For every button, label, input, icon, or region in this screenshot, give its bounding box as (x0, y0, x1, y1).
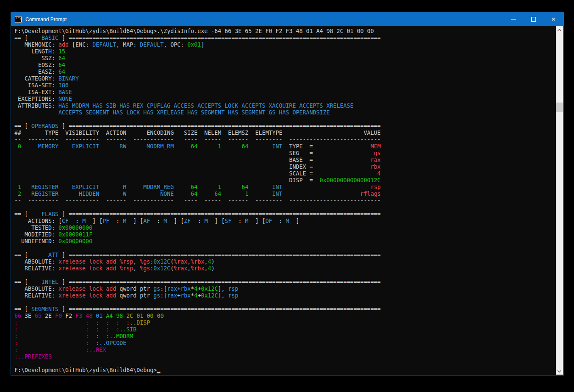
console-line: ACTIONS: [CF : M ] [PF : M ] [AF : M ] [… (14, 218, 556, 225)
console-line: MODIFIED: 0x0000011F (14, 231, 556, 238)
console-line: SSZ: 64 (14, 55, 556, 62)
console-line: == [ SEGMENTS ] ========================… (14, 306, 556, 313)
console-line: == [ BASIC ] ===========================… (14, 35, 556, 42)
console-line: 66 3E 65 2E F0 F2 F3 48 01 A4 98 2C 01 0… (14, 313, 556, 320)
console-line: F:\Development\GitHub\zydis\Build64\Debu… (14, 28, 556, 35)
console-line: ATTRIBUTES: HAS_MODRM HAS_SIB HAS_REX CP… (14, 103, 556, 109)
console-line: BASE = rax (14, 157, 556, 164)
console-line: : : : : :..SIB (14, 326, 556, 333)
minimize-button[interactable] (504, 12, 524, 26)
console-line: ABSOLUTE: xrelease lock add qword ptr gs… (14, 286, 556, 292)
console-line (14, 272, 556, 279)
console-line: -- --------- ---------- ------ ---------… (14, 197, 556, 204)
console-line: EASZ: 64 (14, 69, 556, 75)
close-button[interactable]: ✕ (543, 12, 563, 26)
maximize-icon (531, 17, 536, 22)
console-line: 2 REGISTER HIDDEN W NONE 64 64 1 INT rfl… (14, 191, 556, 197)
console-line: SEG = gs (14, 150, 556, 157)
window-controls: ✕ (504, 12, 563, 26)
console-line: INDEX = rbx (14, 164, 556, 170)
console-line: -- --------- ---------- ------ ---------… (14, 136, 556, 143)
console-line: ACCEPTS_SEGMENT HAS_LOCK HAS_XRELEASE HA… (14, 109, 556, 116)
console-line: DISP = 0x000000000000012C (14, 177, 556, 184)
scrollbar-thumb[interactable] (556, 103, 563, 112)
command-prompt-window: C:\ Command Prompt ✕ F:\Development\GitH… (11, 12, 564, 375)
console-line: F:\Development\GitHub\zydis\Build64\Debu… (14, 367, 556, 374)
console-line: == [ OPERANDS ] ========================… (14, 123, 556, 130)
window-title: Command Prompt (25, 17, 67, 22)
cmd-icon: C:\ (15, 16, 22, 23)
console-line: LENGTH: 15 (14, 48, 556, 55)
console-line: ISA-SET: I86 (14, 82, 556, 89)
console-line: 0 MEMORY EXPLICIT RW MODRM_RM 64 1 64 IN… (14, 143, 556, 150)
scroll-down-button[interactable] (556, 367, 563, 375)
console-line (14, 299, 556, 306)
console-line (14, 116, 556, 123)
cmd-icon-glyph: C:\ (15, 17, 21, 20)
console-line: :..PREFIXES (14, 353, 556, 360)
console-line: : :..REX (14, 347, 556, 353)
console-line: ## TYPE VISIBILITY ACTION ENCODING SIZE … (14, 130, 556, 136)
console-line: : : :..OPCODE (14, 340, 556, 347)
close-icon: ✕ (551, 16, 556, 22)
console-line (14, 245, 556, 252)
console-line: == [ ATT ] =============================… (14, 252, 556, 259)
scroll-up-button[interactable] (556, 26, 563, 33)
console-line: 1 REGISTER EXPLICIT R MODRM_REG 64 1 64 … (14, 184, 556, 191)
console-line (14, 204, 556, 211)
console-line: MNEMONIC: add [ENC: DEFAULT, MAP: DEFAUL… (14, 42, 556, 48)
console-output[interactable]: F:\Development\GitHub\zydis\Build64\Debu… (11, 26, 556, 375)
console-line (14, 360, 556, 367)
console-line: ISA-EXT: BASE (14, 89, 556, 96)
console-line: : : : : : :..DISP (14, 320, 556, 326)
console-line: : : : :..MODRM (14, 333, 556, 340)
prompt-cursor: ▂ (157, 367, 160, 373)
console-line: TESTED: 0x00000000 (14, 225, 556, 231)
console-line: ABSOLUTE: xrelease lock add %rsp, %gs:0x… (14, 259, 556, 265)
titlebar[interactable]: C:\ Command Prompt ✕ (11, 12, 563, 26)
console-line: RELATIVE: xrelease lock add %rsp, %gs:0x… (14, 265, 556, 272)
scrollbar[interactable] (556, 26, 563, 375)
console-line: EOSZ: 64 (14, 62, 556, 69)
console-line: UNDEFINED: 0x00000000 (14, 238, 556, 245)
console-line: == [ FLAGS ] ===========================… (14, 211, 556, 218)
console-line: RELATIVE: xrelease lock add qword ptr gs… (14, 292, 556, 299)
minimize-icon (511, 19, 516, 19)
console-line: EXCEPTIONS: NONE (14, 96, 556, 103)
chevron-up-icon (557, 29, 561, 31)
console-line: SCALE = 4 (14, 170, 556, 177)
console-line: CATEGORY: BINARY (14, 75, 556, 82)
console-line: == [ INTEL ] ===========================… (14, 279, 556, 286)
chevron-down-icon (557, 370, 561, 373)
maximize-button[interactable] (524, 12, 543, 26)
